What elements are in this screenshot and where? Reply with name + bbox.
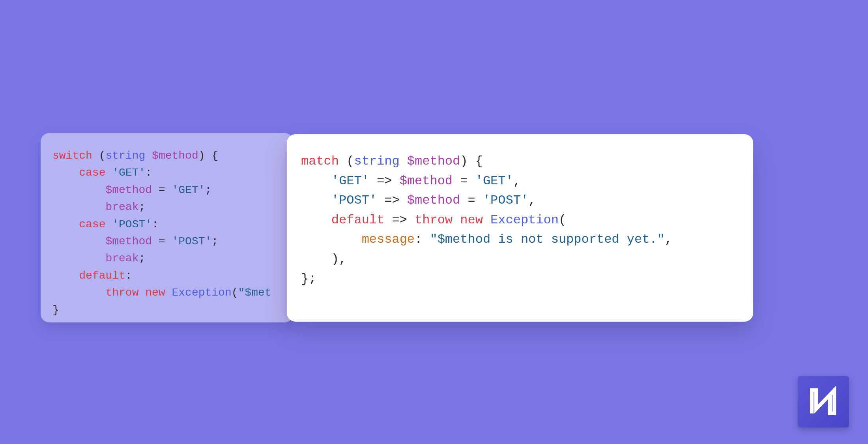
kw-break: break — [105, 201, 138, 213]
kw-case: case — [79, 167, 105, 179]
kw-default: default — [79, 270, 125, 282]
kw-match: match — [301, 154, 339, 169]
code-card-match: match (string $method) { 'GET' => $metho… — [287, 134, 753, 322]
code-block-left: switch (string $method) { case 'GET': $m… — [52, 147, 281, 318]
code-block-right: match (string $method) { 'GET' => $metho… — [301, 152, 739, 289]
kw-throw: throw — [105, 287, 138, 299]
class-exception: Exception — [172, 287, 231, 299]
code-card-switch: switch (string $method) { case 'GET': $m… — [41, 133, 293, 322]
kw-switch: switch — [52, 150, 92, 162]
kw-new: new — [145, 287, 165, 299]
named-arg: message — [362, 232, 415, 247]
logo-icon — [805, 384, 842, 420]
brand-logo — [798, 376, 849, 427]
